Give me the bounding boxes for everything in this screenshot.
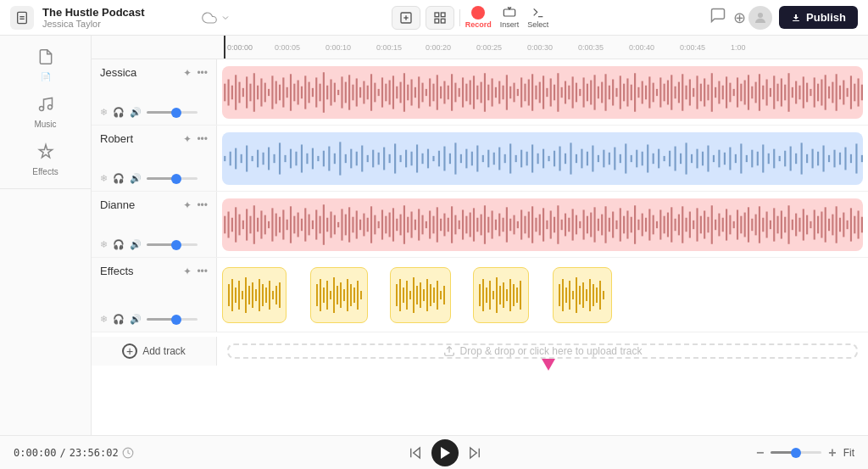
svg-rect-59: [378, 88, 380, 95]
track-more-effects[interactable]: •••: [197, 265, 208, 277]
add-track-button[interactable]: + Add track: [122, 343, 186, 359]
track-volume-dianne[interactable]: [147, 243, 198, 246]
svg-rect-452: [748, 207, 749, 242]
svg-rect-485: [231, 279, 233, 311]
track-row-robert: Robert ✦ ••• ❄ 🎧 🔊: [92, 126, 868, 192]
svg-rect-117: [590, 80, 592, 104]
track-more-jessica[interactable]: •••: [197, 67, 208, 79]
track-volume-robert[interactable]: [147, 177, 198, 180]
zoom-in-button[interactable]: +: [828, 445, 836, 461]
svg-rect-444: [718, 213, 720, 236]
svg-rect-257: [581, 148, 582, 168]
svg-rect-428: [659, 209, 661, 239]
svg-rect-156: [733, 88, 735, 95]
ruler-mark-40: 0:00:40: [629, 43, 654, 52]
track-speaker-dianne[interactable]: 🔊: [130, 239, 142, 250]
svg-rect-373: [459, 220, 460, 228]
publish-button[interactable]: Publish: [779, 6, 858, 29]
effect-clip-5[interactable]: [553, 267, 612, 323]
svg-rect-347: [363, 213, 364, 236]
svg-rect-462: [784, 216, 786, 232]
track-freeze-robert[interactable]: ❄: [100, 173, 108, 184]
track-freeze-dianne[interactable]: ❄: [100, 239, 108, 250]
svg-rect-179: [817, 83, 819, 101]
upload-dropzone[interactable]: Drop & drop or click here to upload trac…: [227, 343, 858, 359]
chat-button[interactable]: [709, 7, 726, 28]
add-clip-button[interactable]: [392, 6, 420, 30]
svg-rect-314: [242, 220, 244, 228]
svg-rect-53: [356, 78, 358, 106]
track-waveform-robert[interactable]: [217, 126, 868, 191]
svg-rect-495: [265, 288, 267, 303]
sidebar-item-music[interactable]: Music: [16, 90, 75, 134]
svg-rect-397: [546, 220, 548, 228]
effect-clip-2[interactable]: [310, 267, 368, 323]
track-speaker-robert[interactable]: 🔊: [130, 173, 142, 184]
svg-rect-92: [498, 81, 500, 103]
svg-rect-498: [275, 286, 277, 304]
svg-rect-455: [759, 206, 760, 243]
sidebar-item-effects[interactable]: Effects: [16, 137, 75, 181]
svg-rect-200: [268, 147, 270, 170]
effect-clip-1[interactable]: [222, 267, 287, 323]
svg-rect-166: [770, 87, 771, 96]
track-headphones-jessica[interactable]: 🎧: [113, 107, 125, 118]
select-button[interactable]: Select: [527, 6, 548, 29]
track-volume-effects[interactable]: [147, 318, 198, 321]
effect-clip-4[interactable]: [473, 267, 529, 323]
svg-rect-220: [378, 152, 380, 164]
track-volume-jessica[interactable]: [147, 111, 198, 114]
svg-rect-309: [224, 215, 225, 233]
track-magic-jessica[interactable]: ✦: [183, 67, 192, 79]
track-headphones-effects[interactable]: 🎧: [113, 314, 125, 325]
track-speaker-jessica[interactable]: 🔊: [130, 107, 142, 118]
track-magic-dianne[interactable]: ✦: [183, 199, 192, 211]
effect-clip-3[interactable]: [390, 267, 451, 323]
svg-rect-133: [648, 76, 650, 108]
add-user-icon[interactable]: ⊕: [733, 8, 746, 27]
user-area[interactable]: ⊕: [733, 6, 772, 30]
svg-rect-529: [479, 284, 481, 306]
svg-rect-112: [572, 76, 574, 108]
track-waveform-effects[interactable]: [217, 258, 868, 332]
svg-rect-258: [587, 151, 588, 165]
grid-button[interactable]: [426, 6, 454, 30]
track-more-robert[interactable]: •••: [197, 133, 208, 145]
svg-rect-394: [535, 217, 537, 232]
svg-rect-83: [465, 83, 467, 101]
timeline-ruler[interactable]: 0:00:00 0:00:05 0:00:10 0:00:15 0:00:20 …: [92, 36, 868, 59]
zoom-slider[interactable]: [771, 451, 821, 454]
rewind-button[interactable]: [408, 445, 423, 461]
svg-rect-426: [653, 215, 654, 234]
track-waveform-dianne[interactable]: [217, 192, 868, 257]
svg-rect-508: [343, 289, 345, 301]
svg-rect-448: [733, 221, 735, 227]
track-speaker-effects[interactable]: 🔊: [130, 314, 142, 325]
track-headphones-robert[interactable]: 🎧: [113, 173, 125, 184]
track-waveform-jessica[interactable]: // Will be rendered as static bars via C…: [217, 59, 868, 125]
avatar[interactable]: [748, 6, 772, 30]
svg-rect-438: [696, 208, 698, 241]
fast-forward-button[interactable]: [467, 445, 482, 461]
insert-button[interactable]: Insert: [500, 6, 520, 29]
svg-rect-474: [828, 218, 830, 230]
record-button[interactable]: Record: [465, 6, 492, 29]
track-magic-robert[interactable]: ✦: [183, 133, 192, 145]
track-freeze-jessica[interactable]: ❄: [100, 107, 108, 118]
ruler-mark-100: 1:00: [731, 43, 746, 52]
svg-rect-528: [443, 286, 445, 304]
svg-rect-337: [326, 217, 328, 232]
svg-marker-558: [414, 448, 420, 458]
fit-button[interactable]: Fit: [843, 447, 854, 459]
svg-rect-382: [492, 210, 493, 238]
track-more-dianne[interactable]: •••: [197, 199, 208, 211]
track-magic-effects[interactable]: ✦: [183, 265, 192, 277]
zoom-out-button[interactable]: −: [756, 445, 764, 461]
track-freeze-effects[interactable]: ❄: [100, 314, 108, 325]
svg-rect-369: [443, 213, 445, 236]
track-headphones-dianne[interactable]: 🎧: [113, 239, 125, 250]
svg-rect-317: [253, 205, 255, 243]
play-button[interactable]: [431, 439, 459, 466]
sidebar-item-files[interactable]: 📄: [16, 42, 75, 87]
svg-rect-547: [576, 277, 577, 313]
